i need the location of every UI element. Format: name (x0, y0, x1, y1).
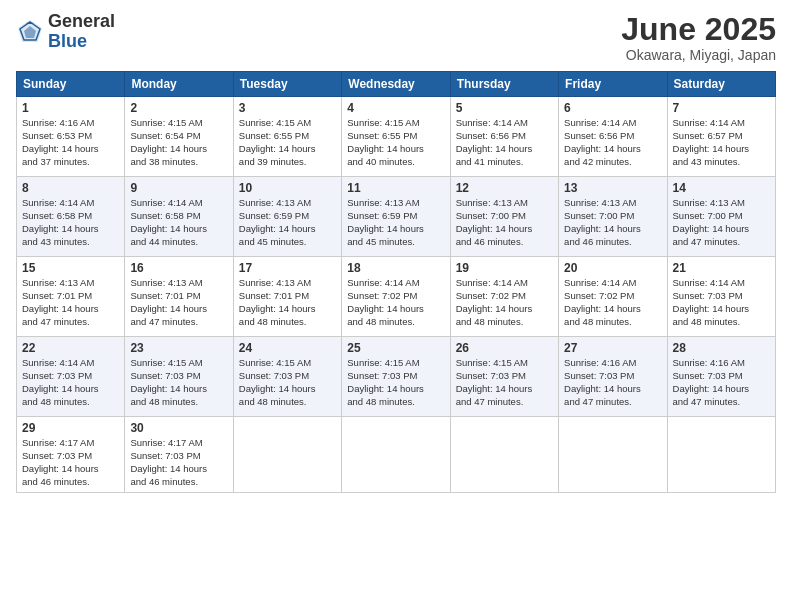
day-info: Sunrise: 4:15 AM Sunset: 7:03 PM Dayligh… (239, 357, 336, 408)
day-info: Sunrise: 4:17 AM Sunset: 7:03 PM Dayligh… (130, 437, 227, 488)
calendar-day-2: 2Sunrise: 4:15 AM Sunset: 6:54 PM Daylig… (125, 97, 233, 177)
day-number: 1 (22, 101, 119, 115)
day-number: 14 (673, 181, 770, 195)
day-info: Sunrise: 4:14 AM Sunset: 7:02 PM Dayligh… (347, 277, 444, 328)
calendar-day-empty (559, 417, 667, 493)
day-number: 11 (347, 181, 444, 195)
day-info: Sunrise: 4:14 AM Sunset: 6:56 PM Dayligh… (456, 117, 553, 168)
col-tuesday: Tuesday (233, 72, 341, 97)
calendar-day-15: 15Sunrise: 4:13 AM Sunset: 7:01 PM Dayli… (17, 257, 125, 337)
day-info: Sunrise: 4:16 AM Sunset: 6:53 PM Dayligh… (22, 117, 119, 168)
calendar-day-13: 13Sunrise: 4:13 AM Sunset: 7:00 PM Dayli… (559, 177, 667, 257)
day-info: Sunrise: 4:13 AM Sunset: 7:01 PM Dayligh… (239, 277, 336, 328)
main-title: June 2025 (621, 12, 776, 47)
day-number: 22 (22, 341, 119, 355)
header: General Blue June 2025 Okawara, Miyagi, … (16, 12, 776, 63)
day-number: 24 (239, 341, 336, 355)
day-info: Sunrise: 4:14 AM Sunset: 7:02 PM Dayligh… (456, 277, 553, 328)
day-number: 3 (239, 101, 336, 115)
day-info: Sunrise: 4:16 AM Sunset: 7:03 PM Dayligh… (564, 357, 661, 408)
calendar-day-17: 17Sunrise: 4:13 AM Sunset: 7:01 PM Dayli… (233, 257, 341, 337)
col-friday: Friday (559, 72, 667, 97)
calendar-day-20: 20Sunrise: 4:14 AM Sunset: 7:02 PM Dayli… (559, 257, 667, 337)
day-number: 2 (130, 101, 227, 115)
day-number: 9 (130, 181, 227, 195)
day-info: Sunrise: 4:13 AM Sunset: 6:59 PM Dayligh… (239, 197, 336, 248)
calendar-day-4: 4Sunrise: 4:15 AM Sunset: 6:55 PM Daylig… (342, 97, 450, 177)
calendar-day-9: 9Sunrise: 4:14 AM Sunset: 6:58 PM Daylig… (125, 177, 233, 257)
day-number: 18 (347, 261, 444, 275)
calendar-day-empty (667, 417, 775, 493)
day-info: Sunrise: 4:15 AM Sunset: 7:03 PM Dayligh… (456, 357, 553, 408)
day-info: Sunrise: 4:14 AM Sunset: 7:02 PM Dayligh… (564, 277, 661, 328)
day-info: Sunrise: 4:15 AM Sunset: 7:03 PM Dayligh… (347, 357, 444, 408)
calendar-day-7: 7Sunrise: 4:14 AM Sunset: 6:57 PM Daylig… (667, 97, 775, 177)
calendar-day-16: 16Sunrise: 4:13 AM Sunset: 7:01 PM Dayli… (125, 257, 233, 337)
day-number: 5 (456, 101, 553, 115)
day-info: Sunrise: 4:13 AM Sunset: 7:00 PM Dayligh… (456, 197, 553, 248)
calendar-day-19: 19Sunrise: 4:14 AM Sunset: 7:02 PM Dayli… (450, 257, 558, 337)
calendar-week-1: 1Sunrise: 4:16 AM Sunset: 6:53 PM Daylig… (17, 97, 776, 177)
day-number: 12 (456, 181, 553, 195)
calendar-day-8: 8Sunrise: 4:14 AM Sunset: 6:58 PM Daylig… (17, 177, 125, 257)
calendar-day-22: 22Sunrise: 4:14 AM Sunset: 7:03 PM Dayli… (17, 337, 125, 417)
calendar-week-5: 29Sunrise: 4:17 AM Sunset: 7:03 PM Dayli… (17, 417, 776, 493)
calendar-week-4: 22Sunrise: 4:14 AM Sunset: 7:03 PM Dayli… (17, 337, 776, 417)
day-number: 13 (564, 181, 661, 195)
col-wednesday: Wednesday (342, 72, 450, 97)
page: General Blue June 2025 Okawara, Miyagi, … (0, 0, 792, 612)
day-info: Sunrise: 4:15 AM Sunset: 7:03 PM Dayligh… (130, 357, 227, 408)
calendar-day-27: 27Sunrise: 4:16 AM Sunset: 7:03 PM Dayli… (559, 337, 667, 417)
day-number: 27 (564, 341, 661, 355)
day-info: Sunrise: 4:15 AM Sunset: 6:55 PM Dayligh… (347, 117, 444, 168)
calendar-day-empty (450, 417, 558, 493)
calendar-day-11: 11Sunrise: 4:13 AM Sunset: 6:59 PM Dayli… (342, 177, 450, 257)
col-saturday: Saturday (667, 72, 775, 97)
calendar-day-26: 26Sunrise: 4:15 AM Sunset: 7:03 PM Dayli… (450, 337, 558, 417)
day-number: 25 (347, 341, 444, 355)
day-number: 30 (130, 421, 227, 435)
day-number: 15 (22, 261, 119, 275)
day-info: Sunrise: 4:14 AM Sunset: 6:57 PM Dayligh… (673, 117, 770, 168)
calendar-day-25: 25Sunrise: 4:15 AM Sunset: 7:03 PM Dayli… (342, 337, 450, 417)
calendar-day-18: 18Sunrise: 4:14 AM Sunset: 7:02 PM Dayli… (342, 257, 450, 337)
day-number: 7 (673, 101, 770, 115)
calendar-day-30: 30Sunrise: 4:17 AM Sunset: 7:03 PM Dayli… (125, 417, 233, 493)
day-info: Sunrise: 4:13 AM Sunset: 7:01 PM Dayligh… (130, 277, 227, 328)
logo: General Blue (16, 12, 115, 52)
day-number: 21 (673, 261, 770, 275)
col-sunday: Sunday (17, 72, 125, 97)
day-info: Sunrise: 4:14 AM Sunset: 6:58 PM Dayligh… (130, 197, 227, 248)
calendar-day-29: 29Sunrise: 4:17 AM Sunset: 7:03 PM Dayli… (17, 417, 125, 493)
col-monday: Monday (125, 72, 233, 97)
calendar-day-1: 1Sunrise: 4:16 AM Sunset: 6:53 PM Daylig… (17, 97, 125, 177)
day-info: Sunrise: 4:16 AM Sunset: 7:03 PM Dayligh… (673, 357, 770, 408)
calendar-table: Sunday Monday Tuesday Wednesday Thursday… (16, 71, 776, 493)
day-info: Sunrise: 4:14 AM Sunset: 6:58 PM Dayligh… (22, 197, 119, 248)
logo-icon (16, 18, 44, 46)
day-info: Sunrise: 4:14 AM Sunset: 6:56 PM Dayligh… (564, 117, 661, 168)
calendar-day-12: 12Sunrise: 4:13 AM Sunset: 7:00 PM Dayli… (450, 177, 558, 257)
calendar-day-21: 21Sunrise: 4:14 AM Sunset: 7:03 PM Dayli… (667, 257, 775, 337)
day-info: Sunrise: 4:17 AM Sunset: 7:03 PM Dayligh… (22, 437, 119, 488)
subtitle: Okawara, Miyagi, Japan (621, 47, 776, 63)
day-number: 4 (347, 101, 444, 115)
calendar-week-3: 15Sunrise: 4:13 AM Sunset: 7:01 PM Dayli… (17, 257, 776, 337)
day-info: Sunrise: 4:14 AM Sunset: 7:03 PM Dayligh… (22, 357, 119, 408)
day-number: 26 (456, 341, 553, 355)
day-number: 28 (673, 341, 770, 355)
day-info: Sunrise: 4:13 AM Sunset: 7:00 PM Dayligh… (673, 197, 770, 248)
day-number: 29 (22, 421, 119, 435)
day-info: Sunrise: 4:15 AM Sunset: 6:55 PM Dayligh… (239, 117, 336, 168)
day-number: 17 (239, 261, 336, 275)
logo-text: General Blue (48, 12, 115, 52)
day-number: 16 (130, 261, 227, 275)
day-number: 6 (564, 101, 661, 115)
calendar-day-23: 23Sunrise: 4:15 AM Sunset: 7:03 PM Dayli… (125, 337, 233, 417)
calendar-day-5: 5Sunrise: 4:14 AM Sunset: 6:56 PM Daylig… (450, 97, 558, 177)
day-number: 20 (564, 261, 661, 275)
calendar-week-2: 8Sunrise: 4:14 AM Sunset: 6:58 PM Daylig… (17, 177, 776, 257)
day-number: 23 (130, 341, 227, 355)
calendar-day-6: 6Sunrise: 4:14 AM Sunset: 6:56 PM Daylig… (559, 97, 667, 177)
calendar-day-14: 14Sunrise: 4:13 AM Sunset: 7:00 PM Dayli… (667, 177, 775, 257)
